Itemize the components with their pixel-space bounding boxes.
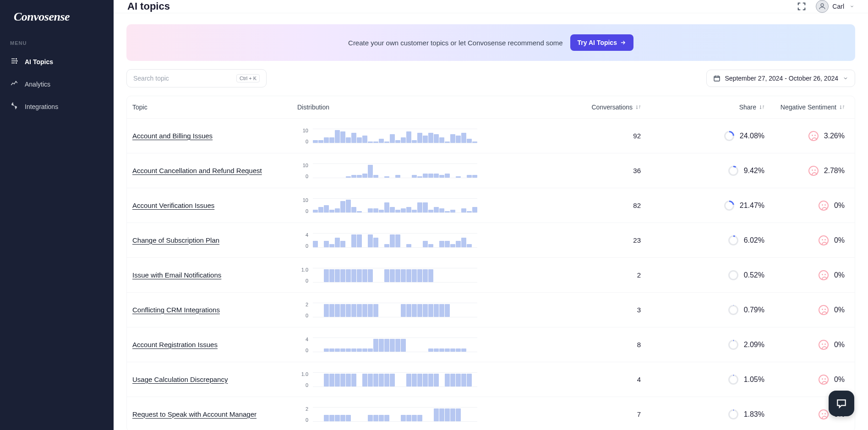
- distribution-sparkline: 1.00: [297, 267, 494, 283]
- conversations-count: 3: [637, 306, 641, 314]
- frown-icon: [819, 409, 829, 419]
- svg-point-0: [16, 59, 17, 60]
- sentiment-value: 0%: [834, 306, 845, 314]
- svg-point-1: [16, 60, 17, 61]
- table-row: Issue with Email Notifications 1.00 2 0.…: [127, 257, 855, 292]
- distribution-sparkline: 1.00: [297, 371, 494, 388]
- svg-rect-6: [714, 76, 720, 81]
- share-value: 6.02%: [744, 236, 764, 245]
- share-value: 21.47%: [740, 201, 764, 210]
- topic-link[interactable]: Request to Speak with Account Manager: [132, 410, 257, 418]
- share-donut-icon: [728, 235, 738, 245]
- share-value: 24.08%: [740, 132, 764, 140]
- sentiment-value: 0%: [834, 236, 845, 245]
- table-row: Account Cancellation and Refund Request …: [127, 153, 855, 188]
- username: Carl: [832, 3, 844, 10]
- topic-link[interactable]: Account Registration Issues: [132, 341, 218, 348]
- share-donut-icon: [728, 305, 738, 315]
- nav-icon: [10, 57, 18, 66]
- sidebar: Convosense MENU AI TopicsAnalyticsIntegr…: [0, 0, 114, 430]
- sentiment-value: 2.78%: [824, 167, 845, 175]
- table-row: Account and Billing Issues 100 92 24.08%…: [127, 118, 855, 153]
- share-donut-icon: [728, 270, 738, 280]
- search-input-container[interactable]: Ctrl + K: [126, 69, 267, 87]
- fullscreen-icon[interactable]: [797, 1, 807, 11]
- frown-icon: [808, 166, 819, 176]
- share-value: 9.42%: [744, 167, 764, 175]
- frown-icon: [819, 235, 829, 245]
- conversations-count: 4: [637, 376, 641, 383]
- conversations-count: 36: [633, 167, 641, 174]
- sentiment-value: 3.26%: [824, 132, 845, 140]
- frown-icon: [819, 375, 829, 385]
- banner-text: Create your own customer topics or let C…: [348, 39, 563, 47]
- chevron-down-icon: [843, 76, 848, 81]
- date-range-text: September 27, 2024 - October 26, 2024: [725, 75, 839, 82]
- share-donut-icon: [728, 166, 738, 176]
- nav-icon: [10, 102, 18, 111]
- chevron-down-icon: [850, 4, 854, 9]
- page-title: AI topics: [127, 0, 170, 12]
- table-row: Change of Subscription Plan 40 23 6.02% …: [127, 223, 855, 257]
- share-value: 0.52%: [744, 271, 764, 279]
- distribution-sparkline: 100: [297, 163, 494, 179]
- topic-link[interactable]: Change of Subscription Plan: [132, 236, 219, 244]
- sentiment-value: 0%: [834, 376, 845, 384]
- search-input[interactable]: [133, 75, 236, 82]
- topic-link[interactable]: Account Cancellation and Refund Request: [132, 167, 262, 174]
- nav-item-integrations[interactable]: Integrations: [0, 95, 114, 118]
- topic-link[interactable]: Usage Calculation Discrepancy: [132, 376, 228, 383]
- topic-link[interactable]: Issue with Email Notifications: [132, 271, 221, 279]
- sort-icon: [635, 104, 641, 110]
- col-sentiment[interactable]: Negative Sentiment: [769, 103, 849, 111]
- frown-icon: [819, 270, 829, 280]
- conversations-count: 92: [633, 132, 641, 140]
- topic-link[interactable]: Conflicting CRM Integrations: [132, 306, 220, 314]
- conversations-count: 7: [637, 410, 641, 418]
- chat-fab[interactable]: [829, 391, 854, 416]
- sentiment-value: 0%: [834, 271, 845, 279]
- topic-link[interactable]: Account Verification Issues: [132, 201, 214, 209]
- menu-section-label: MENU: [0, 34, 114, 50]
- share-donut-icon: [728, 409, 738, 419]
- sort-icon: [839, 104, 845, 110]
- frown-icon: [819, 340, 829, 350]
- user-menu[interactable]: Carl: [816, 0, 854, 13]
- frown-icon: [808, 131, 819, 141]
- distribution-sparkline: 20: [297, 302, 494, 318]
- main-content: AI topics Carl Create your own customer …: [114, 0, 868, 430]
- share-value: 1.05%: [744, 376, 764, 384]
- share-value: 0.79%: [744, 306, 764, 314]
- svg-point-2: [16, 63, 17, 64]
- distribution-sparkline: 40: [297, 232, 494, 249]
- promo-banner: Create your own customer topics or let C…: [126, 24, 855, 61]
- conversations-count: 23: [633, 236, 641, 244]
- col-share[interactable]: Share: [645, 103, 769, 111]
- col-topic: Topic: [132, 103, 297, 111]
- sentiment-value: 0%: [834, 201, 845, 210]
- col-distribution: Distribution: [297, 103, 494, 111]
- topics-table: Topic Distribution Conversations Share N…: [126, 96, 855, 430]
- svg-point-5: [821, 4, 824, 6]
- table-row: Request to Speak with Account Manager 20…: [127, 397, 855, 430]
- col-conversations[interactable]: Conversations: [494, 103, 645, 111]
- conversations-count: 8: [637, 341, 641, 348]
- nav-label: AI Topics: [25, 58, 53, 65]
- share-donut-icon: [728, 375, 738, 385]
- date-range-picker[interactable]: September 27, 2024 - October 26, 2024: [706, 70, 856, 87]
- nav-item-analytics[interactable]: Analytics: [0, 73, 114, 95]
- keyboard-shortcut: Ctrl + K: [236, 74, 260, 82]
- sentiment-value: 0%: [834, 341, 845, 349]
- conversations-count: 2: [637, 271, 641, 279]
- try-ai-topics-button[interactable]: Try AI Topics: [570, 34, 633, 51]
- table-header: Topic Distribution Conversations Share N…: [127, 96, 855, 118]
- nav-item-ai-topics[interactable]: AI Topics: [0, 50, 114, 73]
- share-donut-icon: [724, 131, 734, 141]
- table-row: Account Registration Issues 40 8 2.09% 0…: [127, 327, 855, 362]
- share-donut-icon: [724, 201, 734, 211]
- distribution-sparkline: 20: [297, 406, 494, 423]
- topic-link[interactable]: Account and Billing Issues: [132, 132, 213, 140]
- distribution-sparkline: 100: [297, 197, 494, 214]
- brand-name: Convosense: [14, 10, 70, 24]
- distribution-sparkline: 40: [297, 337, 494, 353]
